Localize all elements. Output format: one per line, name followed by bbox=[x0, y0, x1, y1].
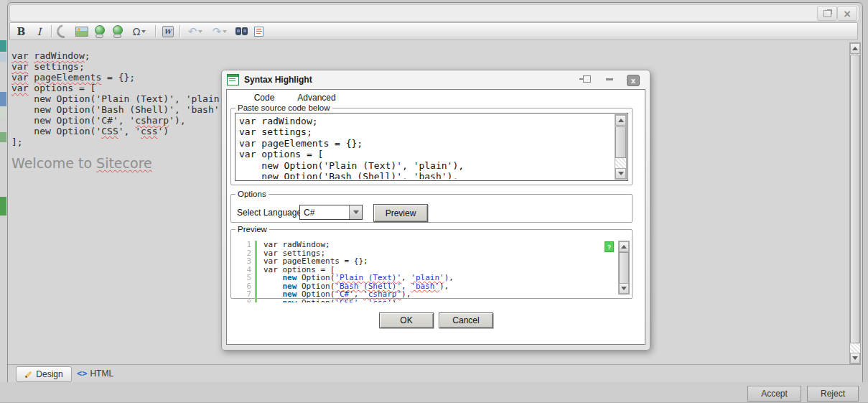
sliver-icon-fragment bbox=[0, 132, 6, 142]
dialog-title: Syntax Highlight bbox=[244, 75, 312, 85]
preview-button[interactable]: Preview bbox=[373, 204, 428, 222]
editor-code-line: new Option('CSS', 'css') bbox=[11, 126, 236, 136]
scrollbar-thumb[interactable] bbox=[619, 252, 629, 284]
preview-code-line: 8 new Option('CSS', 'css') bbox=[235, 299, 609, 303]
source-code-lines: var radWindow;var settings;var pageEleme… bbox=[239, 116, 612, 179]
insert-media-button[interactable] bbox=[55, 24, 73, 39]
editor-code-lines: var radWindow;var settings;var pageEleme… bbox=[11, 50, 236, 147]
options-legend: Options bbox=[235, 190, 269, 198]
language-selected-value: C# bbox=[304, 208, 314, 218]
cancel-button[interactable]: Cancel bbox=[439, 312, 493, 328]
tab-advanced[interactable]: Advanced bbox=[291, 93, 342, 103]
source-code-line: var radWindow; bbox=[239, 116, 612, 126]
scroll-down-button[interactable] bbox=[850, 353, 860, 363]
preview-code-lines: 1var radWindow;2var settings;3var pageEl… bbox=[235, 241, 609, 302]
toolbar-separator bbox=[155, 25, 156, 37]
paste-source-legend: Paste source code below bbox=[235, 103, 332, 112]
dialog-titlebar[interactable]: Syntax Highlight x bbox=[222, 70, 650, 89]
source-code-textarea[interactable]: var radWindow;var settings;var pageEleme… bbox=[235, 113, 628, 181]
textarea-scrollbar[interactable] bbox=[615, 114, 627, 180]
close-dialog-button[interactable]: x bbox=[627, 75, 640, 86]
background-app-sliver bbox=[0, 0, 7, 403]
italic-button[interactable]: I bbox=[30, 24, 48, 39]
bold-button[interactable]: B bbox=[12, 24, 30, 39]
image-icon bbox=[75, 27, 88, 37]
code-brackets-icon: <> bbox=[77, 369, 87, 379]
paste-from-word-button[interactable]: W bbox=[159, 24, 177, 39]
tab-html[interactable]: <> HTML bbox=[77, 366, 113, 381]
tab-code[interactable]: Code bbox=[243, 93, 286, 103]
scrollbar-thumb[interactable] bbox=[615, 126, 626, 158]
document-lines-icon bbox=[254, 27, 263, 37]
syntaxhighlighter-help-badge[interactable]: ? bbox=[605, 241, 614, 252]
html-tab-label: HTML bbox=[90, 369, 113, 379]
page: × B I Ω W ↶ ↷ bbox=[0, 0, 868, 403]
pin-icon bbox=[583, 75, 591, 83]
toolbar-separator bbox=[51, 25, 52, 37]
editor-code-line: var radWindow; bbox=[11, 50, 236, 61]
pin-dialog-button[interactable] bbox=[579, 75, 591, 83]
scroll-up-button[interactable] bbox=[619, 241, 629, 252]
source-code-line: var options = [ bbox=[239, 149, 612, 159]
pencil-icon bbox=[25, 371, 32, 378]
accept-button[interactable]: Accept bbox=[747, 386, 801, 402]
preview-legend: Preview bbox=[235, 225, 269, 233]
insert-symbol-button[interactable]: Ω bbox=[126, 24, 152, 39]
dropdown-arrow-button[interactable] bbox=[349, 205, 362, 219]
scroll-up-button[interactable] bbox=[615, 115, 626, 126]
window-close-button[interactable]: × bbox=[837, 6, 857, 21]
sliver-icon-fragment bbox=[0, 108, 6, 116]
sliver-icon-fragment bbox=[0, 92, 6, 106]
bold-icon: B bbox=[17, 26, 26, 37]
insert-link-button[interactable] bbox=[108, 24, 126, 39]
hyperlink-manager-button[interactable] bbox=[90, 24, 108, 39]
code-snippet-button[interactable] bbox=[250, 24, 268, 39]
editor-vertical-scrollbar[interactable] bbox=[849, 42, 861, 364]
editor-toolbar: B I Ω W ↶ ↷ bbox=[9, 22, 858, 40]
globe-link-icon bbox=[113, 25, 123, 35]
open-in-new-window-button[interactable] bbox=[817, 6, 837, 21]
design-tab-label: Design bbox=[36, 369, 62, 379]
find-replace-button[interactable] bbox=[232, 24, 250, 39]
binoculars-icon bbox=[235, 27, 241, 35]
sliver-icon-fragment bbox=[0, 53, 6, 62]
preview-fieldset: Preview 1var radWindow;2var settings;3va… bbox=[230, 225, 633, 299]
insert-image-button[interactable] bbox=[73, 24, 90, 39]
select-language-label: Select Language bbox=[237, 208, 302, 218]
dialog-body: Code Advanced Paste source code below va… bbox=[226, 89, 645, 345]
scrollbar-thumb[interactable] bbox=[850, 55, 860, 343]
chevron-down-icon bbox=[141, 30, 146, 33]
source-code-line: var settings; bbox=[239, 126, 612, 137]
syntax-highlight-dialog: Syntax Highlight x Code Advanced Paste s… bbox=[221, 70, 650, 351]
sliver-icon-fragment bbox=[0, 40, 6, 52]
bottom-action-bar: Accept Reject bbox=[0, 382, 868, 403]
arrow-up-icon bbox=[621, 245, 627, 249]
toolbar-separator bbox=[179, 25, 180, 37]
redo-button[interactable]: ↷ bbox=[207, 24, 232, 39]
arrow-up-icon bbox=[618, 119, 624, 122]
close-icon: × bbox=[843, 9, 851, 19]
undo-button[interactable]: ↶ bbox=[183, 24, 207, 39]
ok-button[interactable]: OK bbox=[379, 312, 434, 328]
chevron-down-icon bbox=[223, 30, 227, 33]
scroll-down-button[interactable] bbox=[615, 168, 626, 179]
scroll-up-button[interactable] bbox=[850, 43, 860, 54]
minimize-dialog-button[interactable] bbox=[605, 75, 614, 83]
editor-title-strip: × bbox=[9, 4, 859, 22]
arrow-up-icon bbox=[852, 47, 858, 50]
paste-source-fieldset: Paste source code below var radWindow;va… bbox=[230, 103, 633, 185]
redo-icon: ↷ bbox=[213, 25, 222, 38]
scroll-down-button[interactable] bbox=[619, 283, 629, 294]
language-select[interactable]: C# bbox=[299, 205, 363, 220]
editor-code-line: var pageElements = {}; bbox=[11, 72, 236, 83]
arrow-down-icon bbox=[618, 172, 624, 175]
source-code-line: new Option('Plain (Text)', 'plain'), bbox=[239, 160, 612, 171]
chevron-down-icon bbox=[198, 30, 202, 33]
reject-button[interactable]: Reject bbox=[807, 386, 859, 402]
preview-scrollbar[interactable] bbox=[618, 241, 630, 295]
media-swoosh-icon bbox=[54, 22, 73, 40]
editor-code-line: new Option('Plain (Text)', 'plain'), bbox=[11, 93, 236, 104]
paste-word-icon: W bbox=[162, 26, 174, 37]
omega-icon: Ω bbox=[133, 26, 141, 37]
tab-design[interactable]: Design bbox=[16, 366, 72, 382]
